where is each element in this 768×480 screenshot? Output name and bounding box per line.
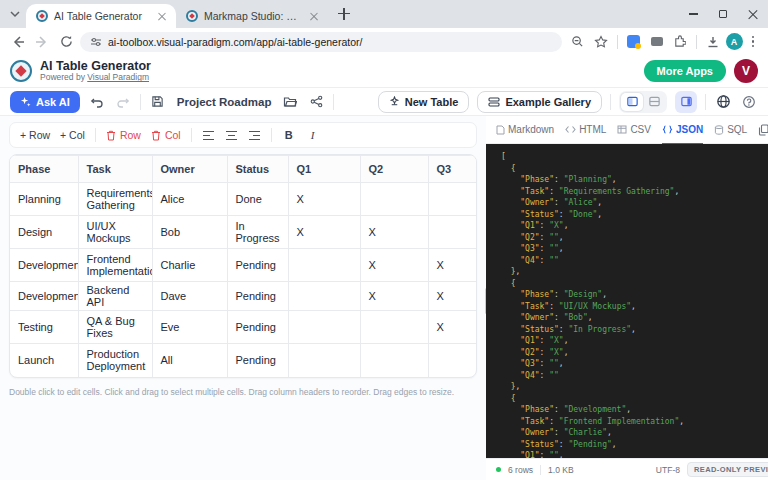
redo-icon[interactable] <box>114 93 132 111</box>
table-cell[interactable]: X <box>360 216 428 249</box>
document-title[interactable]: Project Roadmap <box>177 96 272 108</box>
table-cell[interactable] <box>360 311 428 344</box>
bold-button[interactable]: B <box>282 129 296 141</box>
tab-csv[interactable]: CSV <box>617 116 651 144</box>
table-cell[interactable]: Pending <box>227 249 288 282</box>
browser-menu-icon[interactable] <box>746 34 761 50</box>
ask-ai-button[interactable]: Ask AI <box>10 91 80 113</box>
table-cell[interactable]: Testing <box>10 311 78 344</box>
undo-icon[interactable] <box>88 93 106 111</box>
table-cell[interactable]: Frontend Implementation <box>78 249 152 282</box>
table-cell[interactable] <box>360 183 428 216</box>
new-table-button[interactable]: New Table <box>378 91 470 113</box>
table-cell[interactable]: Pending <box>227 344 288 377</box>
visual-paradigm-link[interactable]: Visual Paradigm <box>87 72 149 82</box>
table-cell[interactable]: Bob <box>152 216 227 249</box>
copy-code-icon[interactable] <box>758 124 768 136</box>
table-cell[interactable]: Eve <box>152 311 227 344</box>
delete-row-button[interactable]: Row <box>106 129 141 141</box>
help-icon[interactable] <box>740 93 758 111</box>
split-vertical-icon[interactable] <box>621 93 643 111</box>
table-cell[interactable]: Production Deployment <box>78 344 152 377</box>
panel-right-icon[interactable] <box>675 91 697 113</box>
add-row-button[interactable]: + Row <box>20 129 50 141</box>
tab-sql[interactable]: SQL <box>714 116 747 144</box>
table-cell[interactable]: Alice <box>152 183 227 216</box>
table-cell[interactable]: Requirements Gathering <box>78 183 152 216</box>
table-cell[interactable]: In Progress <box>227 216 288 249</box>
table-cell[interactable]: X <box>288 183 360 216</box>
table-cell[interactable]: Pending <box>227 311 288 344</box>
url-input[interactable]: ai-toolbox.visual-paradigm.com/app/ai-ta… <box>80 32 562 52</box>
table-cell[interactable]: X <box>360 249 428 282</box>
column-header[interactable]: Q2 <box>360 156 428 183</box>
table-cell[interactable] <box>288 344 360 377</box>
column-header[interactable]: Owner <box>152 156 227 183</box>
column-header[interactable]: Q1 <box>288 156 360 183</box>
window-maximize-button[interactable] <box>708 0 738 28</box>
browser-tab-active[interactable]: AI Table Generator <box>26 4 176 28</box>
align-center-icon[interactable] <box>225 130 238 141</box>
table-cell[interactable]: Launch <box>10 344 78 377</box>
user-avatar[interactable]: V <box>734 59 758 83</box>
align-left-icon[interactable] <box>202 130 215 141</box>
window-close-button[interactable] <box>738 0 768 28</box>
new-tab-button[interactable] <box>336 6 352 22</box>
delete-col-button[interactable]: Col <box>151 129 181 141</box>
italic-button[interactable]: I <box>306 129 320 141</box>
table-cell[interactable] <box>288 249 360 282</box>
back-icon[interactable] <box>8 32 28 52</box>
tab-search-chevron-icon[interactable] <box>8 7 22 21</box>
tab-close-icon[interactable] <box>156 10 168 22</box>
table-cell[interactable]: Charlie <box>152 249 227 282</box>
downloads-icon[interactable] <box>703 32 723 52</box>
share-icon[interactable] <box>307 93 325 111</box>
add-col-button[interactable]: + Col <box>60 129 85 141</box>
browser-profile-avatar[interactable]: A <box>726 33 743 50</box>
table-cell[interactable]: Planning <box>10 183 78 216</box>
table-cell[interactable]: Design <box>10 216 78 249</box>
tab-close-icon[interactable] <box>308 10 320 22</box>
table-cell[interactable] <box>428 216 477 249</box>
window-minimize-button[interactable] <box>678 0 708 28</box>
more-apps-button[interactable]: More Apps <box>644 60 726 82</box>
example-gallery-button[interactable]: Example Gallery <box>477 91 602 113</box>
table-cell[interactable] <box>288 282 360 311</box>
table-cell[interactable]: Backend API <box>78 282 152 311</box>
extensions-puzzle-icon[interactable] <box>670 32 690 52</box>
align-right-icon[interactable] <box>248 130 261 141</box>
table-cell[interactable]: Development <box>10 282 78 311</box>
table-cell[interactable]: X <box>428 311 477 344</box>
zoom-out-icon[interactable] <box>568 32 588 52</box>
table-cell[interactable] <box>288 311 360 344</box>
table-cell[interactable]: QA & Bug Fixes <box>78 311 152 344</box>
refresh-icon[interactable] <box>56 32 76 52</box>
table-cell[interactable] <box>428 183 477 216</box>
column-header[interactable]: Phase <box>10 156 78 183</box>
extension-comment-icon[interactable] <box>647 32 667 52</box>
tab-markdown[interactable]: Markdown <box>496 116 554 144</box>
forward-icon[interactable] <box>32 32 52 52</box>
column-header[interactable]: Q3 <box>428 156 477 183</box>
browser-tab-inactive[interactable]: Markmap Studio: Failed to ope <box>176 4 328 28</box>
table-cell[interactable] <box>360 344 428 377</box>
table-cell[interactable]: X <box>360 282 428 311</box>
table-cell[interactable]: Pending <box>227 282 288 311</box>
table-cell[interactable]: Development <box>10 249 78 282</box>
table-cell[interactable]: X <box>428 249 477 282</box>
table-cell[interactable]: X <box>288 216 360 249</box>
table-cell[interactable]: All <box>152 344 227 377</box>
table-cell[interactable]: UI/UX Mockups <box>78 216 152 249</box>
tab-json[interactable]: JSON <box>662 116 703 144</box>
open-folder-icon[interactable] <box>281 93 299 111</box>
table-cell[interactable]: X <box>428 282 477 311</box>
table-cell[interactable]: Done <box>227 183 288 216</box>
column-header[interactable]: Status <box>227 156 288 183</box>
tab-html[interactable]: HTML <box>565 116 606 144</box>
site-settings-icon[interactable] <box>90 36 102 48</box>
extension-docs-icon[interactable] <box>624 32 644 52</box>
language-globe-icon[interactable] <box>714 93 732 111</box>
table-cell[interactable] <box>428 344 477 377</box>
json-preview-code[interactable]: [ { "Phase": "Planning", "Task": "Requir… <box>486 144 768 458</box>
column-header[interactable]: Task <box>78 156 152 183</box>
